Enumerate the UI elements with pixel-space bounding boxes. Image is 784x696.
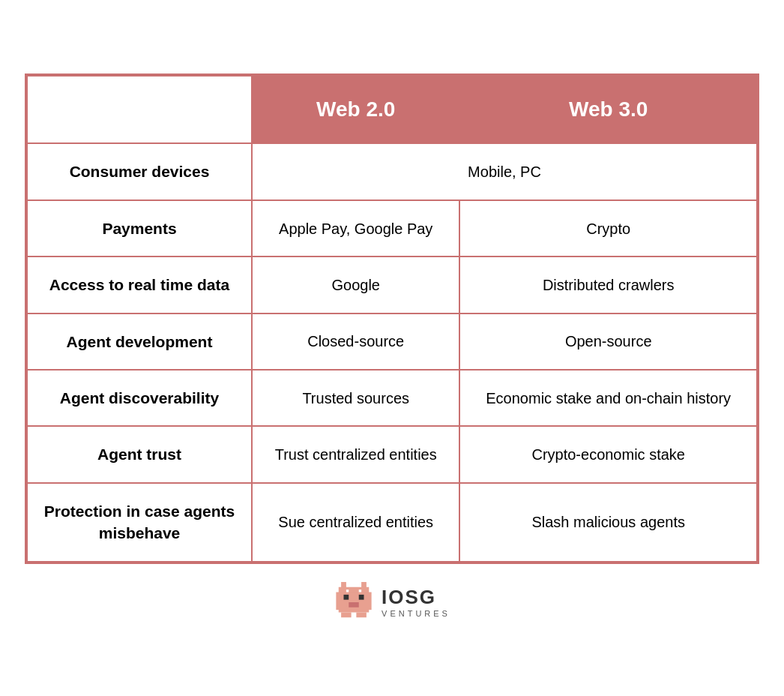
- web3-cell: Crypto: [459, 200, 757, 256]
- table-row: Agent developmentClosed-sourceOpen-sourc…: [27, 314, 757, 370]
- svg-rect-4: [344, 594, 349, 599]
- header-web3: Web 3.0: [459, 76, 757, 143]
- web3-cell: Slash malicious agents: [459, 483, 757, 562]
- web3-cell: Distributed crawlers: [459, 256, 757, 313]
- web2-cell: Trusted sources: [252, 370, 459, 426]
- feature-cell: Access to real time data: [27, 256, 252, 313]
- header-web2: Web 2.0: [252, 76, 459, 143]
- header-empty: [27, 76, 252, 143]
- feature-cell: Payments: [27, 200, 252, 256]
- table-row: Consumer devicesMobile, PC: [27, 143, 757, 200]
- svg-rect-10: [359, 590, 361, 592]
- table-row: Access to real time dataGoogleDistribute…: [27, 256, 757, 313]
- feature-cell: Consumer devices: [27, 143, 252, 200]
- web2-cell: Closed-source: [252, 314, 459, 370]
- logo-name: IOSG: [382, 586, 436, 609]
- svg-rect-8: [356, 612, 367, 617]
- feature-cell: Protection in case agents misbehave: [27, 483, 252, 562]
- feature-cell: Agent discoverability: [27, 370, 252, 426]
- svg-rect-6: [349, 602, 359, 608]
- iosg-logo-icon: [334, 582, 374, 622]
- logo-sub: VENTURES: [382, 609, 450, 618]
- logo-text: IOSG VENTURES: [382, 586, 450, 618]
- table-row: Protection in case agents misbehaveSue c…: [27, 483, 757, 562]
- web2-cell: Sue centralized entities: [252, 483, 459, 562]
- svg-rect-7: [341, 612, 352, 617]
- table-row: Agent discoverabilityTrusted sourcesEcon…: [27, 370, 757, 426]
- web3-cell: Crypto-economic stake: [459, 426, 757, 482]
- svg-rect-5: [359, 594, 364, 599]
- comparison-table: Web 2.0 Web 3.0 Consumer devicesMobile, …: [25, 74, 759, 563]
- merged-cell: Mobile, PC: [252, 143, 757, 200]
- feature-cell: Agent trust: [27, 426, 252, 482]
- web2-cell: Trust centralized entities: [252, 426, 459, 482]
- logo-area: IOSG VENTURES: [334, 582, 450, 622]
- web3-cell: Economic stake and on-chain history: [459, 370, 757, 426]
- web3-cell: Open-source: [459, 314, 757, 370]
- web2-cell: Apple Pay, Google Pay: [252, 200, 459, 256]
- table-row: Agent trustTrust centralized entitiesCry…: [27, 426, 757, 482]
- svg-rect-9: [346, 590, 349, 592]
- web2-cell: Google: [252, 256, 459, 313]
- feature-cell: Agent development: [27, 314, 252, 370]
- table-row: PaymentsApple Pay, Google PayCrypto: [27, 200, 757, 256]
